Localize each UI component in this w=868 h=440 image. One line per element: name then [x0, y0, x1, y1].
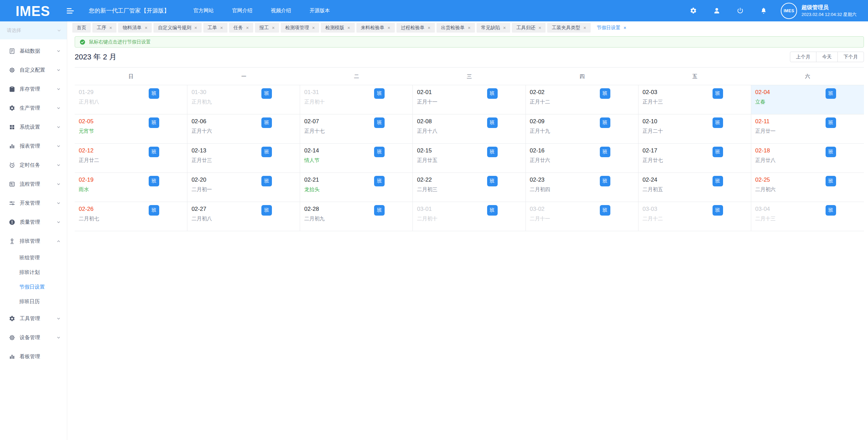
avatar[interactable]: IMES [781, 3, 797, 19]
tab[interactable]: 报工× [255, 23, 279, 33]
sidebar-item[interactable]: 工具管理 [0, 309, 67, 328]
settings-icon[interactable] [690, 7, 697, 14]
calendar-cell[interactable]: 02-09正月十九班 [526, 114, 639, 144]
shift-badge[interactable]: 班 [261, 205, 272, 216]
close-icon[interactable]: × [194, 25, 197, 30]
sidebar-item[interactable]: 质量管理 [0, 213, 67, 232]
close-icon[interactable]: × [145, 25, 147, 30]
close-icon[interactable]: × [624, 25, 626, 30]
calendar-cell[interactable]: 01-29正月初八班 [75, 85, 187, 114]
sidebar-item[interactable]: 流程管理 [0, 175, 67, 194]
calendar-cell[interactable]: 02-10正月二十班 [639, 114, 751, 144]
sidebar-subitem[interactable]: 节假日设置 [0, 280, 67, 294]
power-icon[interactable] [737, 7, 744, 14]
calendar-cell[interactable]: 02-06正月十六班 [187, 114, 300, 144]
shift-badge[interactable]: 班 [261, 176, 272, 186]
shift-badge[interactable]: 班 [374, 176, 385, 186]
calendar-cell[interactable]: 03-03二月十二班 [639, 202, 751, 231]
calendar-cell[interactable]: 02-14情人节班 [300, 144, 413, 173]
calendar-cell[interactable]: 02-22二月初三班 [413, 173, 525, 202]
close-icon[interactable]: × [428, 25, 430, 30]
tab[interactable]: 常见缺陷× [477, 23, 510, 33]
calendar-cell[interactable]: 02-15正月廿五班 [413, 144, 525, 173]
shift-badge[interactable]: 班 [149, 205, 159, 216]
calendar-cell[interactable]: 02-03正月十三班 [639, 85, 751, 114]
tab[interactable]: 任务× [229, 23, 253, 33]
bell-icon[interactable] [760, 7, 767, 14]
close-icon[interactable]: × [538, 25, 541, 30]
close-icon[interactable]: × [347, 25, 350, 30]
close-icon[interactable]: × [503, 25, 506, 30]
shift-badge[interactable]: 班 [487, 205, 498, 216]
shift-badge[interactable]: 班 [600, 117, 610, 128]
calendar-cell[interactable]: 02-12正月廿二班 [75, 144, 187, 173]
calendar-cell[interactable]: 02-27二月初八班 [187, 202, 300, 231]
shift-badge[interactable]: 班 [826, 176, 836, 186]
sidebar-item[interactable]: 排班管理 [0, 232, 67, 251]
shift-badge[interactable]: 班 [261, 147, 272, 157]
shift-badge[interactable]: 班 [826, 147, 836, 157]
calendar-cell[interactable]: 02-28二月初九班 [300, 202, 413, 231]
shift-badge[interactable]: 班 [487, 176, 498, 186]
tab[interactable]: 工序× [92, 23, 116, 33]
shift-badge[interactable]: 班 [374, 147, 385, 157]
calendar-cell[interactable]: 02-25二月初六班 [751, 173, 864, 202]
calendar-cell[interactable]: 02-16正月廿六班 [526, 144, 639, 173]
tab[interactable]: 出货检验单× [437, 23, 475, 33]
calendar-cell[interactable]: 02-02正月十二班 [526, 85, 639, 114]
close-icon[interactable]: × [388, 25, 390, 30]
close-icon[interactable]: × [583, 25, 586, 30]
shift-badge[interactable]: 班 [149, 176, 159, 186]
close-icon[interactable]: × [109, 25, 112, 30]
calendar-cell[interactable]: 02-24二月初五班 [639, 173, 751, 202]
calendar-cell[interactable]: 03-01二月初十班 [413, 202, 525, 231]
calendar-cell[interactable]: 02-04立春班 [751, 85, 864, 114]
shift-badge[interactable]: 班 [826, 117, 836, 128]
shift-badge[interactable]: 班 [600, 205, 610, 216]
shift-badge[interactable]: 班 [487, 117, 498, 128]
calendar-cell[interactable]: 02-01正月十一班 [413, 85, 525, 114]
calendar-cell[interactable]: 01-31正月初十班 [300, 85, 413, 114]
shift-badge[interactable]: 班 [261, 117, 272, 128]
calendar-cell[interactable]: 02-05元宵节班 [75, 114, 187, 144]
prev-month-button[interactable]: 上个月 [790, 52, 816, 62]
nav-link[interactable]: 官网介绍 [232, 7, 253, 14]
close-icon[interactable]: × [312, 25, 315, 30]
nav-link[interactable]: 视频介绍 [271, 7, 291, 14]
nav-link[interactable]: 官方网站 [193, 7, 214, 14]
tab[interactable]: 节假日设置× [592, 23, 631, 33]
tab[interactable]: 自定义编号规则× [153, 23, 201, 33]
shift-badge[interactable]: 班 [487, 88, 498, 99]
sidebar-item[interactable]: 开发管理 [0, 194, 67, 213]
sidebar-item[interactable]: 基础数据 [0, 41, 67, 60]
calendar-cell[interactable]: 02-08正月十八班 [413, 114, 525, 144]
shift-badge[interactable]: 班 [149, 147, 159, 157]
sidebar-select[interactable]: 请选择 [0, 21, 67, 39]
tab[interactable]: 检测项管理× [281, 23, 319, 33]
tab[interactable]: 过程检验单× [396, 23, 435, 33]
shift-badge[interactable]: 班 [149, 117, 159, 128]
shift-badge[interactable]: 班 [600, 176, 610, 186]
tab[interactable]: 物料清单× [118, 23, 152, 33]
shift-badge[interactable]: 班 [713, 176, 723, 186]
shift-badge[interactable]: 班 [713, 88, 723, 99]
shift-badge[interactable]: 班 [713, 205, 723, 216]
shift-badge[interactable]: 班 [713, 147, 723, 157]
shift-badge[interactable]: 班 [261, 88, 272, 99]
user-icon[interactable] [713, 7, 720, 14]
calendar-cell[interactable]: 01-30正月初九班 [187, 85, 300, 114]
sidebar-item[interactable]: 库存管理 [0, 79, 67, 98]
tab[interactable]: 工装夹具类型× [547, 23, 590, 33]
calendar-cell[interactable]: 02-07正月十七班 [300, 114, 413, 144]
calendar-cell[interactable]: 02-20二月初一班 [187, 173, 300, 202]
shift-badge[interactable]: 班 [374, 88, 385, 99]
shift-badge[interactable]: 班 [826, 88, 836, 99]
menu-toggle-icon[interactable] [66, 6, 75, 15]
next-month-button[interactable]: 下个月 [837, 52, 864, 62]
sidebar-subitem[interactable]: 排班日历 [0, 294, 67, 309]
close-icon[interactable]: × [246, 25, 249, 30]
nav-link[interactable]: 开源版本 [310, 7, 330, 14]
shift-badge[interactable]: 班 [713, 117, 723, 128]
tab[interactable]: 首页 [72, 23, 91, 33]
sidebar-item[interactable]: 报表管理 [0, 136, 67, 155]
